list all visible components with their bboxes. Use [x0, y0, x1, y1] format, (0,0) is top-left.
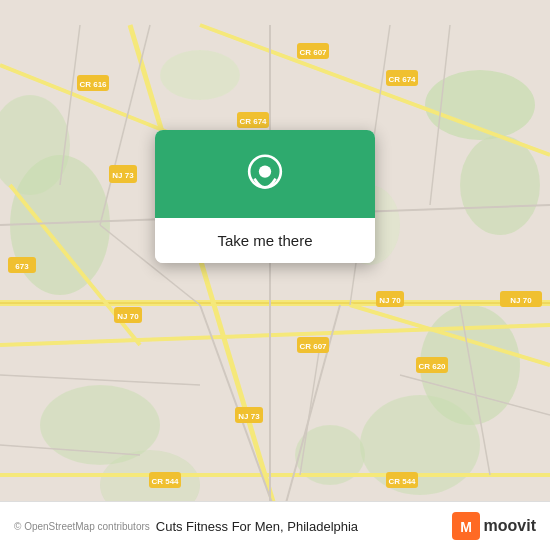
svg-text:NJ 73: NJ 73 — [112, 171, 134, 180]
svg-text:CR 607: CR 607 — [299, 342, 327, 351]
svg-text:M: M — [460, 519, 472, 535]
svg-text:CR 620: CR 620 — [418, 362, 446, 371]
popup-card: Take me there — [155, 130, 375, 263]
svg-point-6 — [360, 395, 480, 495]
svg-text:CR 674: CR 674 — [239, 117, 267, 126]
svg-point-65 — [259, 165, 271, 177]
svg-text:673: 673 — [15, 262, 29, 271]
location-name: Cuts Fitness For Men, Philadelphia — [156, 519, 452, 534]
svg-text:NJ 73: NJ 73 — [238, 412, 260, 421]
moovit-logo: M moovit — [452, 512, 536, 540]
take-me-there-button[interactable]: Take me there — [155, 218, 375, 263]
svg-point-10 — [160, 50, 240, 100]
svg-text:CR 607: CR 607 — [299, 48, 327, 57]
map-attribution: © OpenStreetMap contributors — [14, 521, 150, 532]
svg-text:CR 544: CR 544 — [388, 477, 416, 486]
moovit-text: moovit — [484, 517, 536, 535]
map-background: CR 607 CR 616 CR 674 CR 674 NJ 73 673 NJ… — [0, 0, 550, 550]
svg-text:NJ 70: NJ 70 — [117, 312, 139, 321]
svg-text:CR 616: CR 616 — [79, 80, 107, 89]
svg-text:CR 544: CR 544 — [151, 477, 179, 486]
svg-text:NJ 70: NJ 70 — [379, 296, 401, 305]
svg-point-2 — [460, 135, 540, 235]
bottom-bar: © OpenStreetMap contributors Cuts Fitnes… — [0, 501, 550, 550]
svg-text:NJ 70: NJ 70 — [510, 296, 532, 305]
svg-text:CR 674: CR 674 — [388, 75, 416, 84]
map-container: CR 607 CR 616 CR 674 CR 674 NJ 73 673 NJ… — [0, 0, 550, 550]
moovit-icon: M — [452, 512, 480, 540]
location-pin-icon — [243, 154, 287, 198]
popup-header — [155, 130, 375, 218]
